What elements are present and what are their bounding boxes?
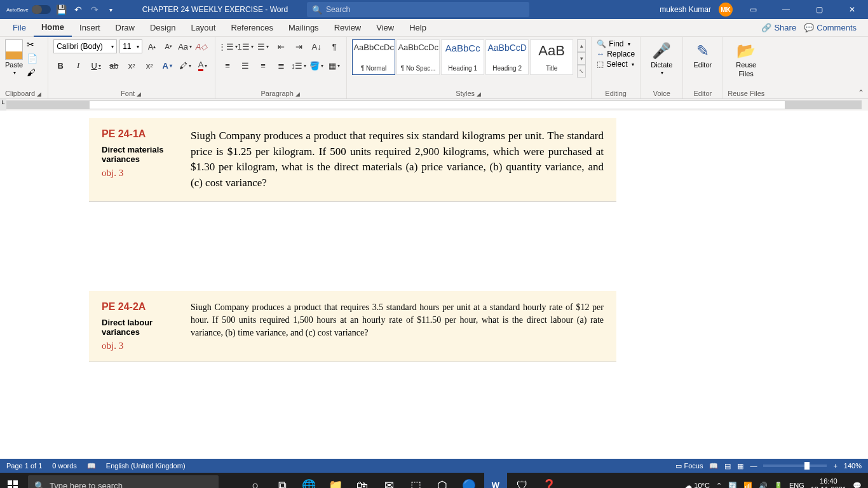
comments-button[interactable]: 💬 Comments [804, 23, 857, 32]
style-no-spacing[interactable]: AaBbCcDc ¶ No Spac... [397, 39, 440, 75]
tab-home[interactable]: Home [34, 19, 72, 37]
ruler-vertical[interactable] [0, 111, 13, 459]
numbering-icon[interactable]: 1☰▾ [238, 39, 252, 53]
dictate-button[interactable]: 🎤 Dictate ▾ [646, 39, 677, 78]
tab-view[interactable]: View [369, 19, 402, 37]
paste-button[interactable]: Paste ▾ [5, 39, 23, 76]
styles-gallery[interactable]: AaBbCcDc ¶ Normal AaBbCcDc ¶ No Spac... … [352, 39, 573, 75]
user-name[interactable]: mukesh Kumar [660, 5, 711, 14]
task-view-icon[interactable]: ⧉ [271, 473, 294, 488]
collapse-ribbon-icon[interactable]: ⌃ [858, 88, 864, 97]
sort-icon[interactable]: A↓ [309, 39, 323, 53]
tab-help[interactable]: Help [402, 19, 434, 37]
style-title[interactable]: AaB Title [530, 39, 573, 75]
tab-mailings[interactable]: Mailings [281, 19, 327, 37]
help-icon[interactable]: ❓ [538, 473, 560, 488]
security-icon[interactable]: 🛡4 [511, 473, 534, 488]
highlight-icon[interactable]: 🖍▾ [178, 58, 192, 72]
weather-tray[interactable]: ☁ 10°C [685, 482, 710, 489]
increase-indent-icon[interactable]: ⇥ [292, 39, 306, 53]
find-button[interactable]: 🔍Find▾ [597, 39, 635, 48]
font-launcher-icon[interactable]: ◢ [137, 91, 142, 97]
bullets-icon[interactable]: ⋮☰▾ [220, 39, 234, 53]
zoom-slider[interactable] [763, 464, 827, 467]
tray-clock[interactable]: 16:40 12-11-2021 [811, 477, 846, 488]
style-heading2[interactable]: AaBbCcD Heading 2 [485, 39, 529, 75]
shading-icon[interactable]: 🪣▾ [309, 58, 323, 72]
tab-layout[interactable]: Layout [183, 19, 223, 37]
styles-scroll-up-icon[interactable]: ▴ [577, 39, 586, 52]
select-button[interactable]: ⬚Select▾ [597, 60, 635, 69]
replace-button[interactable]: ↔Replace [597, 50, 635, 58]
subscript-button[interactable]: x2 [125, 58, 139, 72]
explorer-icon[interactable]: 📁 [324, 473, 347, 488]
print-layout-icon[interactable]: ▤ [724, 462, 731, 470]
tab-review[interactable]: Review [327, 19, 369, 37]
ribbon-options-icon[interactable]: ▭ [740, 0, 766, 19]
focus-mode-button[interactable]: ▭ Focus [675, 462, 703, 470]
start-button[interactable] [0, 473, 25, 488]
cortana-icon[interactable]: ○ [244, 473, 267, 488]
cut-icon[interactable]: ✂ [27, 39, 37, 50]
tray-chevron-icon[interactable]: ⌃ [716, 482, 722, 489]
align-left-icon[interactable]: ≡ [220, 58, 234, 72]
clipboard-launcher-icon[interactable]: ◢ [37, 91, 43, 97]
notifications-icon[interactable]: 💬 [853, 482, 862, 489]
tray-battery-icon[interactable]: 🔋 [774, 482, 783, 489]
tab-draw[interactable]: Draw [108, 19, 142, 37]
editor-button[interactable]: ✎ Editor [688, 39, 717, 71]
styles-expand-icon[interactable]: ⤡ [577, 65, 586, 78]
status-page[interactable]: Page 1 of 1 [6, 462, 42, 470]
taskbar-search[interactable]: 🔍 Type here to search [28, 475, 219, 488]
tab-references[interactable]: References [223, 19, 280, 37]
read-mode-icon[interactable]: 📖 [709, 462, 718, 470]
style-heading1[interactable]: AaBbCc Heading 1 [441, 39, 484, 75]
bold-button[interactable]: B [53, 58, 67, 72]
italic-button[interactable]: I [71, 58, 85, 72]
show-marks-icon[interactable]: ¶ [327, 39, 341, 53]
undo-icon[interactable]: ↶ [72, 4, 84, 15]
user-avatar[interactable]: MK [719, 3, 733, 17]
font-name-combo[interactable]: Calibri (Body)▾ [53, 39, 117, 53]
align-right-icon[interactable]: ≡ [256, 58, 270, 72]
style-normal[interactable]: AaBbCcDc ¶ Normal [352, 39, 395, 75]
styles-launcher-icon[interactable]: ◢ [477, 91, 482, 97]
mail-icon[interactable]: ✉ [377, 473, 400, 488]
change-case-icon[interactable]: Aa▾ [178, 39, 192, 53]
reuse-files-button[interactable]: 📂 Reuse Files [728, 39, 764, 80]
align-center-icon[interactable]: ☰ [238, 58, 252, 72]
font-size-combo[interactable]: 11▾ [119, 39, 142, 53]
status-language[interactable]: English (United Kingdom) [106, 462, 186, 470]
store-icon[interactable]: 🛍 [351, 473, 374, 488]
zoom-level[interactable]: 140% [844, 462, 862, 470]
minimize-icon[interactable]: — [773, 0, 799, 19]
tray-update-icon[interactable]: 🔄 [728, 482, 737, 489]
strikethrough-button[interactable]: ab [107, 58, 121, 72]
chrome-icon[interactable]: 🔵 [458, 473, 480, 488]
app-icon[interactable]: ⬡ [431, 473, 454, 488]
status-words[interactable]: 0 words [52, 462, 77, 470]
close-icon[interactable]: ✕ [839, 0, 865, 19]
search-box[interactable]: 🔍 Search [307, 2, 529, 17]
web-layout-icon[interactable]: ▦ [737, 462, 743, 470]
maximize-icon[interactable]: ▢ [806, 0, 832, 19]
qat-customize-icon[interactable]: ▾ [105, 4, 117, 15]
share-button[interactable]: 🔗 Share [761, 23, 796, 32]
tab-design[interactable]: Design [142, 19, 183, 37]
borders-icon[interactable]: ▦▾ [327, 58, 341, 72]
status-spell-icon[interactable]: 📖 [87, 462, 96, 470]
zoom-out-button[interactable]: — [750, 462, 757, 470]
justify-icon[interactable]: ≣ [274, 58, 288, 72]
text-effects-icon[interactable]: A▾ [160, 58, 174, 72]
paragraph-launcher-icon[interactable]: ◢ [295, 91, 301, 97]
tab-file[interactable]: File [5, 19, 34, 37]
edge-icon[interactable]: 🌐 [297, 473, 320, 488]
format-painter-icon[interactable]: 🖌 [27, 67, 37, 78]
tray-wifi-icon[interactable]: 📶 [743, 482, 752, 489]
styles-scroll-down-icon[interactable]: ▾ [577, 52, 586, 65]
grow-font-icon[interactable]: A▴ [145, 39, 159, 53]
save-icon[interactable]: 💾 [56, 4, 67, 15]
clear-format-icon[interactable]: A◇ [194, 39, 208, 53]
ruler-horizontal[interactable]: L [0, 99, 868, 111]
zoom-in-button[interactable]: + [833, 462, 837, 470]
